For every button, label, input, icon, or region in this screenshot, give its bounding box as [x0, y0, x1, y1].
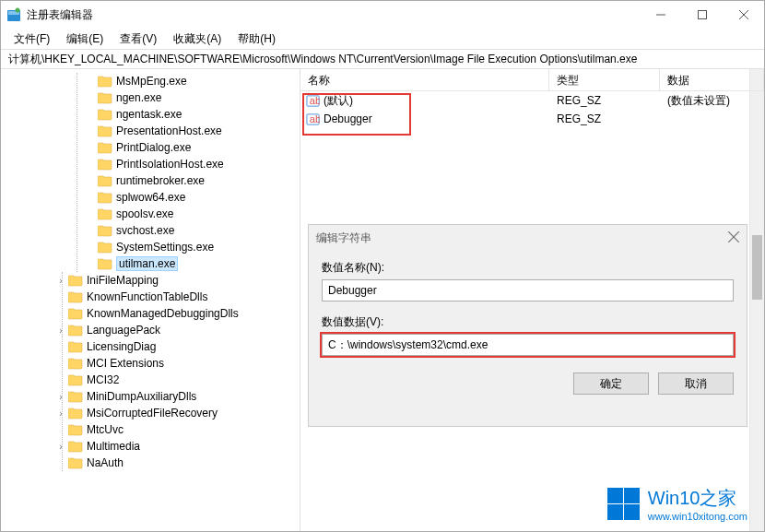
- tree-item[interactable]: ›IniFileMapping: [55, 272, 300, 289]
- col-data[interactable]: 数据: [660, 69, 764, 90]
- tree-item[interactable]: MsMpEng.exe: [85, 73, 300, 89]
- watermark: Win10之家 www.win10xitong.com: [607, 486, 747, 522]
- minimize-button[interactable]: [640, 1, 681, 29]
- dialog-close-icon[interactable]: [728, 231, 739, 245]
- tree-item[interactable]: utilman.exe: [85, 255, 300, 272]
- menu-help[interactable]: 帮助(H): [230, 30, 283, 49]
- value-data-label: 数值数据(V):: [322, 314, 734, 330]
- col-type[interactable]: 类型: [549, 69, 660, 90]
- svg-rect-4: [698, 11, 706, 19]
- dialog-titlebar: 编辑字符串: [309, 225, 747, 251]
- dialog-buttons: 确定 取消: [322, 372, 734, 395]
- tree-item[interactable]: MCI Extensions: [55, 355, 300, 372]
- dialog-title-text: 编辑字符串: [316, 231, 371, 246]
- tree-item[interactable]: ›MsiCorruptedFileRecovery: [55, 405, 300, 421]
- window-title: 注册表编辑器: [27, 7, 640, 23]
- svg-text:ab: ab: [310, 113, 320, 124]
- tree-item[interactable]: PrintIsolationHost.exe: [85, 156, 300, 172]
- watermark-title: Win10之家: [648, 486, 747, 511]
- windows-logo-icon: [607, 488, 641, 521]
- svg-text:ab: ab: [310, 95, 320, 106]
- cancel-button[interactable]: 取消: [658, 372, 734, 395]
- tree-item[interactable]: KnownManagedDebuggingDlls: [55, 305, 300, 322]
- tree-item[interactable]: LicensingDiag: [55, 338, 300, 355]
- tree-item[interactable]: PrintDialog.exe: [85, 139, 300, 156]
- address-bar[interactable]: 计算机\HKEY_LOCAL_MACHINE\SOFTWARE\Microsof…: [1, 49, 764, 69]
- tree-item[interactable]: ›Multimedia: [55, 438, 300, 455]
- value-name-field[interactable]: Debugger: [322, 279, 734, 301]
- tree-item[interactable]: svchost.exe: [85, 222, 300, 239]
- value-data-field[interactable]: C：\windows\system32\cmd.exe: [322, 334, 734, 356]
- value-name-label: 数值名称(N):: [322, 260, 734, 276]
- tree-item[interactable]: runtimebroker.exe: [85, 172, 300, 189]
- tree-item[interactable]: ngen.exe: [85, 89, 300, 106]
- tree-item[interactable]: MtcUvc: [55, 421, 300, 438]
- tree-item[interactable]: NaAuth: [55, 455, 300, 471]
- value-row[interactable]: ab(默认)REG_SZ(数值未设置): [300, 91, 764, 110]
- watermark-url: www.win10xitong.com: [648, 511, 747, 522]
- tree-pane[interactable]: MsMpEng.exengen.exengentask.exePresentat…: [1, 69, 300, 531]
- tree-item[interactable]: splwow64.exe: [85, 189, 300, 206]
- tree-item[interactable]: PresentationHost.exe: [85, 123, 300, 139]
- values-header: 名称 类型 数据: [300, 69, 764, 91]
- dialog-body: 数值名称(N): Debugger 数值数据(V): C：\windows\sy…: [309, 251, 747, 404]
- menu-file[interactable]: 文件(F): [6, 30, 57, 49]
- close-button[interactable]: [723, 1, 764, 29]
- svg-point-2: [16, 8, 20, 13]
- value-row[interactable]: abDebuggerREG_SZ: [300, 110, 764, 128]
- menu-favorites[interactable]: 收藏夹(A): [166, 30, 229, 49]
- tree-item[interactable]: spoolsv.exe: [85, 206, 300, 222]
- tree-item[interactable]: SystemSettings.exe: [85, 239, 300, 255]
- tree-item[interactable]: ngentask.exe: [85, 106, 300, 123]
- address-path: 计算机\HKEY_LOCAL_MACHINE\SOFTWARE\Microsof…: [8, 52, 637, 67]
- window-controls: [640, 1, 764, 29]
- watermark-text: Win10之家 www.win10xitong.com: [648, 486, 747, 522]
- value-data-text: C：\windows\system32\cmd.exe: [328, 337, 488, 353]
- col-name[interactable]: 名称: [300, 69, 549, 90]
- app-icon: [6, 7, 21, 22]
- menubar: 文件(F) 编辑(E) 查看(V) 收藏夹(A) 帮助(H): [1, 29, 764, 49]
- tree-item[interactable]: ›MiniDumpAuxiliaryDlls: [55, 388, 300, 405]
- menu-view[interactable]: 查看(V): [112, 30, 164, 49]
- edit-string-dialog: 编辑字符串 数值名称(N): Debugger 数值数据(V): C：\wind…: [308, 224, 747, 427]
- tree-item[interactable]: ›LanguagePack: [55, 322, 300, 338]
- menu-edit[interactable]: 编辑(E): [59, 30, 111, 49]
- maximize-button[interactable]: [681, 1, 723, 29]
- ok-button[interactable]: 确定: [573, 372, 649, 395]
- tree-item[interactable]: KnownFunctionTableDlls: [55, 289, 300, 305]
- titlebar: 注册表编辑器: [1, 1, 764, 29]
- tree-item[interactable]: MCI32: [55, 372, 300, 388]
- value-name-text: Debugger: [328, 284, 377, 297]
